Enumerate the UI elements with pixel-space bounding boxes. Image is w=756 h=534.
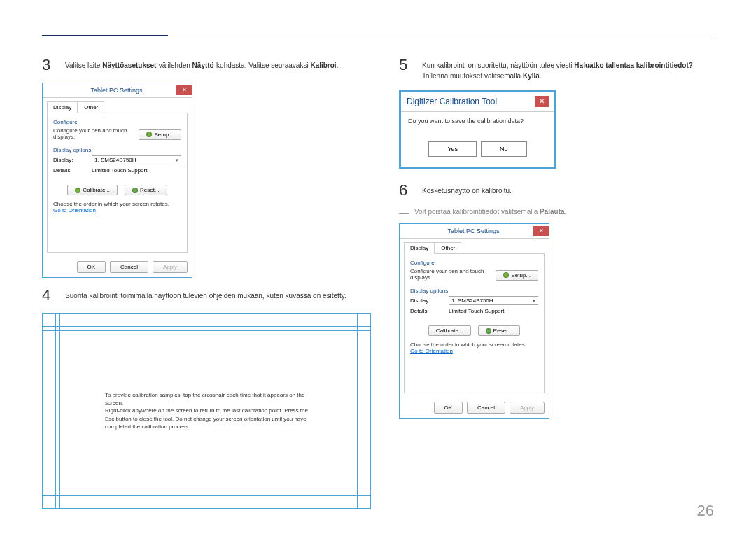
apply-button[interactable]: Apply [510, 402, 545, 414]
dialog-title: Digitizer Calibration Tool [407, 97, 497, 106]
shield-icon [132, 188, 138, 193]
configure-label: Configure [410, 260, 538, 266]
orientation-text: Choose the order in which your screen ro… [53, 201, 181, 207]
orientation-link[interactable]: Go to Orientation [53, 207, 96, 213]
step-6: 6 Kosketusnäyttö on kalibroitu. [399, 181, 714, 199]
tab-display[interactable]: Display [404, 242, 435, 254]
display-label: Display: [410, 297, 449, 304]
details-value: Limited Touch Support [449, 308, 504, 314]
dialog-buttons: OK Cancel Apply [400, 398, 549, 418]
orientation-text: Choose the order in which your screen ro… [410, 342, 538, 348]
step-4: 4 Suorita kalibrointi toimimalla näyttöö… [42, 286, 371, 304]
tablet-settings-window: Tablet PC Settings ✕ Display Other Confi… [42, 83, 192, 278]
header-accent [42, 35, 168, 36]
calibrate-button[interactable]: Calibrate... [428, 325, 471, 336]
page: 3 Valitse laite Näyttöasetukset-välilehd… [0, 0, 756, 534]
cancel-button[interactable]: Cancel [467, 402, 505, 414]
tabs: Display Other [400, 239, 549, 253]
tablet-settings-window-2: Tablet PC Settings ✕ Display Other Confi… [399, 223, 550, 419]
setup-button[interactable]: Setup... [139, 129, 181, 140]
left-column: 3 Valitse laite Näyttöasetukset-välilehd… [42, 56, 371, 509]
close-icon[interactable]: ✕ [533, 226, 549, 236]
ok-button[interactable]: OK [77, 261, 106, 273]
tabs: Display Other [43, 98, 192, 113]
details-value: Limited Touch Support [92, 167, 147, 174]
tab-other[interactable]: Other [78, 101, 104, 113]
step-5-text: Kun kalibrointi on suoritettu, näyttöön … [422, 56, 714, 81]
reset-button[interactable]: Reset... [478, 325, 521, 336]
calibrate-button[interactable]: Calibrate... [67, 185, 118, 195]
config-text: Configure your pen and touch displays. [410, 268, 496, 281]
tab-content: Configure Configure your pen and touch d… [404, 253, 545, 393]
calibration-screen: To provide calibration samples, tap the … [42, 313, 371, 509]
apply-button[interactable]: Apply [153, 261, 188, 273]
details-label: Details: [53, 167, 92, 174]
header-rule [42, 38, 714, 38]
dialog-body: Do you want to save the calibration data… [401, 111, 554, 167]
step-4-text: Suorita kalibrointi toimimalla näyttöön … [65, 286, 346, 301]
shield-icon [486, 328, 491, 334]
window-titlebar: Tablet PC Settings ✕ [43, 83, 192, 98]
step-5: 5 Kun kalibrointi on suoritettu, näyttöö… [399, 56, 714, 81]
window-titlebar: Tablet PC Settings ✕ [400, 224, 549, 239]
display-select[interactable]: 1. SMS24B750H▾ [92, 155, 181, 164]
window-icon [46, 86, 54, 94]
window-title: Tablet PC Settings [414, 227, 533, 234]
tab-display[interactable]: Display [47, 101, 78, 113]
dash-icon: ― [399, 208, 409, 218]
step-num-6: 6 [399, 181, 412, 199]
calibration-instructions: To provide calibration samples, tap the … [105, 391, 308, 430]
reset-button[interactable]: Reset... [125, 185, 167, 195]
shield-icon [146, 132, 152, 137]
chevron-down-icon: ▾ [176, 157, 178, 163]
display-options-label: Display options [410, 288, 538, 294]
window-icon [402, 227, 411, 235]
right-column: 5 Kun kalibrointi on suoritettu, näyttöö… [399, 56, 714, 509]
step-3-text: Valitse laite Näyttöasetukset-välilehden… [65, 56, 338, 71]
step-6-text: Kosketusnäyttö on kalibroitu. [422, 181, 512, 196]
ok-button[interactable]: OK [434, 402, 463, 414]
display-select[interactable]: 1. SMS24B750H▾ [449, 296, 538, 305]
chevron-down-icon: ▾ [533, 298, 536, 304]
step-3: 3 Valitse laite Näyttöasetukset-välilehd… [42, 56, 371, 74]
tab-other[interactable]: Other [435, 242, 461, 254]
step-num-5: 5 [399, 56, 412, 74]
dash-note: ― Voit poistaa kalibrointitiedot valitse… [399, 208, 714, 218]
dialog-buttons: Yes No [408, 141, 547, 157]
shield-icon [75, 188, 80, 193]
dialog-buttons: OK Cancel Apply [43, 257, 192, 277]
dash-note-text: Voit poistaa kalibrointitiedot valitsema… [414, 208, 566, 216]
yes-button[interactable]: Yes [428, 141, 477, 157]
details-label: Details: [410, 308, 449, 314]
dialog-message: Do you want to save the calibration data… [408, 118, 547, 125]
cancel-button[interactable]: Cancel [110, 261, 148, 273]
orientation-link[interactable]: Go to Orientation [410, 348, 453, 354]
page-number: 26 [697, 502, 714, 520]
close-icon[interactable]: ✕ [176, 85, 192, 95]
display-options-label: Display options [53, 147, 181, 153]
setup-button[interactable]: Setup... [496, 270, 538, 281]
no-button[interactable]: No [481, 141, 527, 157]
step-num-4: 4 [42, 286, 55, 304]
step-num-3: 3 [42, 56, 55, 74]
display-label: Display: [53, 157, 92, 163]
tab-content: Configure Configure your pen and touch d… [47, 113, 188, 253]
calibration-dialog: Digitizer Calibration Tool ✕ Do you want… [399, 90, 556, 169]
configure-label: Configure [53, 119, 181, 125]
shield-icon [503, 272, 509, 278]
columns: 3 Valitse laite Näyttöasetukset-välilehd… [42, 56, 714, 509]
window-title: Tablet PC Settings [57, 87, 176, 94]
close-icon[interactable]: ✕ [535, 96, 549, 107]
dialog-titlebar: Digitizer Calibration Tool ✕ [401, 92, 554, 111]
config-text: Configure your pen and touch displays. [53, 127, 139, 140]
